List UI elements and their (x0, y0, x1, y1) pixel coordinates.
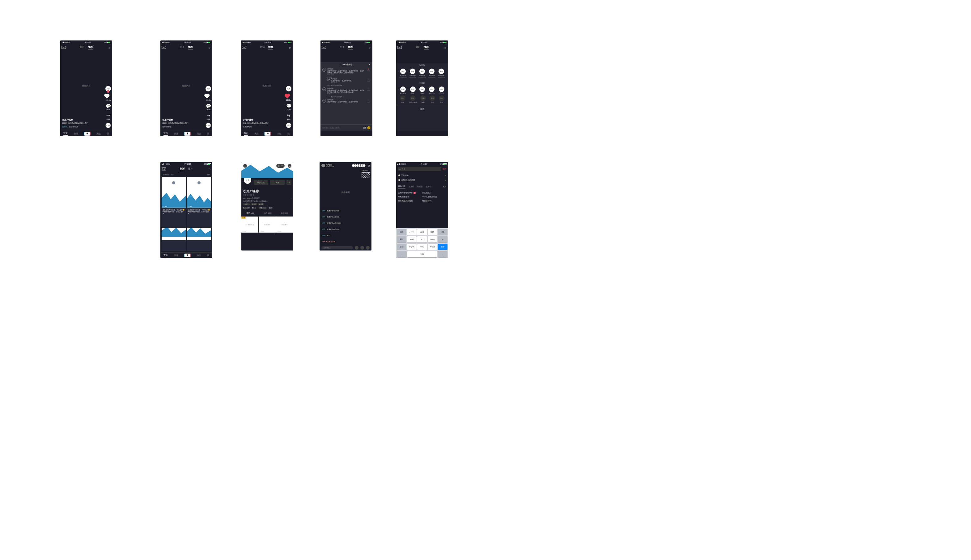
comment-button[interactable]: 💬23.4w (106, 103, 111, 111)
profile-id[interactable]: 抖音号：抖音号 (243, 194, 292, 196)
follow-plus-icon[interactable]: + (107, 90, 109, 93)
tab-guess[interactable]: 猜你想搜 (398, 185, 405, 188)
key-abc[interactable]: ABC (417, 229, 427, 235)
feed-card[interactable]: ≤ 0.5km 这是视频内容描述，可以追加😊#话题#话题#话题，还可以@好友 (162, 177, 186, 227)
music-disc[interactable]: 音乐框 (105, 123, 111, 128)
nav-me[interactable]: 我 (107, 132, 109, 135)
tab-works[interactable]: 作品 100 (241, 211, 259, 216)
key-collapse[interactable]: ⌄ (397, 251, 407, 257)
key-space[interactable]: 空格 (407, 251, 437, 257)
nav-follow[interactable]: 关注 (74, 132, 78, 135)
comment-item[interactable]: 头像 用户昵称这是评论内容，这是评论内容，这是评论内容，这是评论内容，这是评论内… (322, 87, 370, 95)
comment-button[interactable]: 💬23.4w (286, 103, 292, 111)
key-ime[interactable]: 英文 (397, 236, 406, 242)
share-wechat[interactable]: 图标微信好友 (429, 87, 435, 94)
key-def[interactable]: DEF (428, 229, 437, 235)
tab-nearby-active[interactable]: 附近 (180, 167, 185, 171)
live-icon[interactable] (62, 46, 66, 49)
chat-input[interactable]: 说点什么… (321, 246, 353, 249)
comment-item[interactable]: 头像 用户昵称这是评论内容，这是评论内容，这是评论内容，这是评论内容，这是评论内… (322, 68, 370, 75)
comment-textfield[interactable] (322, 127, 362, 129)
dropdown-icon[interactable]: ▾ (287, 180, 292, 185)
comment-reply[interactable]: 头像 用户昵称这是评论内容，这是评论内容。12小时前 ♡2343 (327, 78, 370, 83)
suggestion-item[interactable]: 经典励志语录 (398, 196, 422, 198)
tab-nearby[interactable]: 附近 (80, 45, 85, 49)
profile-bio[interactable]: 你还没有填写个人简介，点击添加… (243, 200, 292, 202)
tab-star[interactable]: 明星榜 (417, 185, 423, 188)
gift-icon[interactable] (355, 246, 359, 250)
location-label[interactable]: 自动定位：北京 (163, 173, 174, 175)
key-123[interactable]: 123 (397, 229, 406, 235)
search-icon[interactable]: ⌕ (108, 46, 110, 49)
key-collapse-2[interactable]: ⌄ (437, 251, 447, 257)
key-jkl[interactable]: JKL (417, 236, 427, 242)
tag[interactable]: 标签1 (243, 203, 250, 205)
live-chat[interactable]: 用户：直播评论内容很精 用户：直播评论内容很精 用户：直播评论内容很精彩 用户：… (320, 206, 372, 245)
share-qzone[interactable]: 图标QQ空间 (439, 87, 444, 94)
tab-likes[interactable]: 喜欢 100 (276, 211, 293, 216)
key-backspace[interactable]: ⌫ (438, 229, 447, 235)
key-ghi[interactable]: GHI (407, 236, 417, 242)
chat-msg[interactable]: 用户：直播评论内容很精 (321, 207, 370, 213)
share-icon[interactable] (366, 246, 370, 250)
suggestion-item[interactable]: 云南一水电站事件热 (398, 192, 422, 194)
stat-fans[interactable]: 1000w粉丝 (259, 207, 266, 209)
tab-live[interactable]: 直播榜 (426, 185, 431, 188)
author-avatar[interactable]: 头像+ (105, 86, 111, 92)
share-dm[interactable]: 图标私信好友 (400, 87, 406, 94)
feed-card[interactable] (162, 228, 186, 252)
stat-follow[interactable]: 6关注 (252, 207, 256, 209)
work-cell[interactable]: 作品展示♡1.3W (276, 217, 293, 233)
key-mno[interactable]: MNO (428, 236, 437, 242)
delete-icon[interactable]: ✕ (445, 179, 446, 181)
tabs-more[interactable]: 更多 (442, 185, 446, 188)
comment-button[interactable]: 💬23.4w (206, 103, 211, 111)
comment-item[interactable]: 头像 用户昵称这是评论内容，这是评论内容，这是评论内容 ♡2343 (322, 99, 370, 103)
share-save[interactable]: 图标保存至相册 (409, 95, 417, 103)
suggestion-item[interactable]: 一个人的伤感歌曲 (422, 196, 446, 198)
author-avatar[interactable]: 头像 (286, 86, 292, 92)
key-redo[interactable]: ↻ (438, 236, 447, 242)
tab-moments[interactable]: 动态 100 (259, 211, 276, 216)
share-fav[interactable]: 图标收藏 (420, 95, 426, 103)
like-button[interactable]: 100.5w (286, 94, 291, 101)
music-disc[interactable]: 音乐框 (205, 123, 211, 128)
more-icon[interactable] (360, 246, 364, 250)
back-icon[interactable]: ‹ (243, 164, 247, 168)
search-icon[interactable]: ⌕ (289, 46, 291, 49)
key-tuv[interactable]: TUV (417, 244, 427, 250)
live-video[interactable]: 直播画面 (320, 178, 372, 206)
author-avatar[interactable]: 头像 (205, 86, 211, 92)
key-punct[interactable]: 。？！ (407, 229, 417, 235)
tab-recommend[interactable]: 推荐 (88, 45, 93, 49)
tag[interactable]: 标签2 (250, 203, 257, 205)
feed-card[interactable] (187, 228, 211, 252)
nav-msg[interactable]: 消息 (97, 132, 101, 135)
nav-create[interactable]: + (84, 132, 90, 136)
work-cell[interactable]: 作品展示♡1.3W (259, 217, 276, 233)
history-item[interactable]: ⌚凌晨4点的洛杉矶✕ (398, 178, 446, 183)
viewer-avatars[interactable] (353, 164, 365, 167)
like-button[interactable]: 100.5w (206, 94, 211, 101)
suggestion-item[interactable]: 最美古诗词 (422, 200, 446, 202)
suggestion-item[interactable]: 日落晚霞风景视频 (398, 200, 422, 202)
avatar-icon[interactable]: 头像 (322, 68, 326, 72)
tab-hot[interactable]: 热点榜 (409, 185, 414, 188)
close-icon[interactable]: ✕ (368, 164, 370, 167)
tag[interactable]: 标签3 (258, 203, 264, 205)
share-report[interactable]: 图标举报 (400, 95, 405, 103)
stat-friends[interactable]: 3好友 (269, 207, 273, 209)
share-duet[interactable]: 图标合拍 (430, 95, 435, 103)
expand-replies[interactable]: —— 展开103条回复▾ (327, 84, 370, 86)
live-icon[interactable] (242, 46, 246, 49)
music-disc[interactable]: 音乐框 (286, 123, 292, 128)
nav-home[interactable]: 首页 (63, 132, 68, 136)
like-button[interactable]: 100.5w (106, 94, 111, 101)
search-cancel[interactable]: 取消 (442, 168, 446, 170)
chevron-right-icon[interactable]: › (291, 197, 292, 199)
search-field[interactable]: ⌕抖音 (398, 167, 441, 171)
dm-button[interactable]: 私信 (270, 180, 285, 185)
shake-button[interactable]: 抖一下 (276, 164, 285, 168)
suggestion-item[interactable]: 文案怎么写 (422, 192, 446, 194)
share-react[interactable]: 图标抖拍 (439, 95, 444, 103)
